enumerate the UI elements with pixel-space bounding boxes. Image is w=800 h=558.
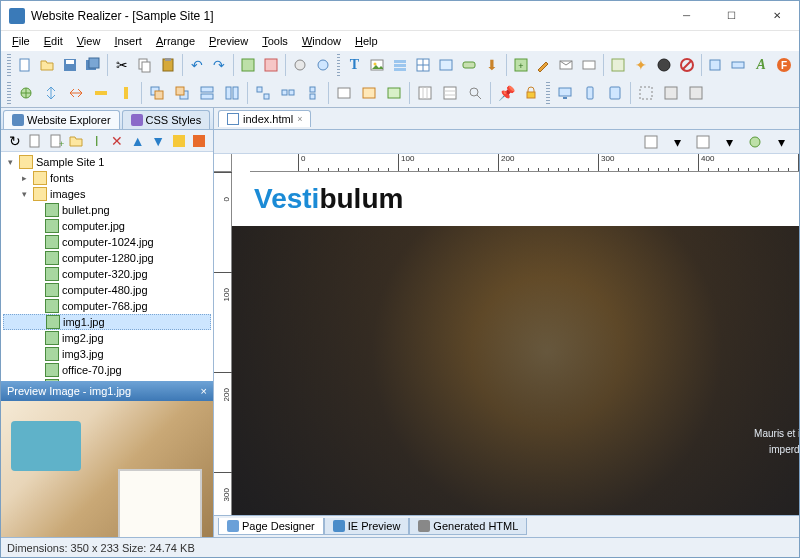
group-c-icon[interactable] <box>301 81 325 105</box>
tree-file[interactable]: computer-1024.jpg <box>3 234 211 250</box>
explorer-opt-a-icon[interactable] <box>169 131 189 151</box>
save-icon[interactable] <box>59 53 81 77</box>
tab-css-styles[interactable]: CSS Styles <box>122 110 211 129</box>
explorer-up-icon[interactable]: ▲ <box>128 131 148 151</box>
menu-file[interactable]: File <box>5 33 37 49</box>
layer-a-icon[interactable] <box>145 81 169 105</box>
minimize-button[interactable]: ─ <box>664 2 709 30</box>
explorer-add-icon[interactable]: + <box>46 131 66 151</box>
tree-file[interactable]: computer.jpg <box>3 218 211 234</box>
explorer-refresh-icon[interactable]: ↻ <box>5 131 25 151</box>
view-c-icon[interactable] <box>691 130 715 154</box>
style-a-icon[interactable]: A <box>750 53 772 77</box>
tool-b-icon[interactable] <box>260 53 282 77</box>
comp-a-icon[interactable]: + <box>510 53 532 77</box>
tree-file[interactable]: img3.jpg <box>3 346 211 362</box>
explorer-delete-icon[interactable]: ✕ <box>108 131 128 151</box>
image-icon[interactable] <box>366 53 388 77</box>
btab-page-designer[interactable]: Page Designer <box>218 518 324 535</box>
align-c-icon[interactable] <box>64 81 88 105</box>
menu-arrange[interactable]: Arrange <box>149 33 202 49</box>
menu-insert[interactable]: Insert <box>107 33 149 49</box>
tree-folder-images[interactable]: ▾images <box>3 186 211 202</box>
tree-file[interactable]: computer-1280.jpg <box>3 250 211 266</box>
view-d-icon[interactable]: ▾ <box>717 130 741 154</box>
align-b-icon[interactable] <box>39 81 63 105</box>
paste-icon[interactable] <box>157 53 179 77</box>
tab-close-icon[interactable]: × <box>297 114 302 124</box>
layer-d-icon[interactable] <box>220 81 244 105</box>
widget-a-icon[interactable] <box>607 53 629 77</box>
tree-file[interactable]: img1.jpg <box>3 314 211 330</box>
tree-file[interactable]: computer-320.jpg <box>3 266 211 282</box>
explorer-down-icon[interactable]: ▼ <box>149 131 169 151</box>
widget-c-icon[interactable] <box>653 53 675 77</box>
comp-c-icon[interactable] <box>555 53 577 77</box>
design-canvas[interactable]: Vestibulum Menu Item Menu Item PROIN A I… <box>232 172 799 515</box>
cut-icon[interactable]: ✂ <box>111 53 133 77</box>
redo-icon[interactable]: ↷ <box>209 53 231 77</box>
tab-website-explorer[interactable]: Website Explorer <box>3 110 120 129</box>
btab-generated-html[interactable]: Generated HTML <box>409 518 527 535</box>
extra-a-icon[interactable] <box>659 81 683 105</box>
align-a-icon[interactable] <box>14 81 38 105</box>
button-icon[interactable] <box>458 53 480 77</box>
lock-icon[interactable] <box>519 81 543 105</box>
tool-d-icon[interactable] <box>312 53 334 77</box>
new-icon[interactable] <box>14 53 36 77</box>
view-f-icon[interactable]: ▾ <box>769 130 793 154</box>
shape-b-icon[interactable] <box>727 53 749 77</box>
tree-file[interactable]: office-70.jpg <box>3 362 211 378</box>
order-a-icon[interactable] <box>332 81 356 105</box>
order-c-icon[interactable] <box>382 81 406 105</box>
tree-root[interactable]: ▾Sample Site 1 <box>3 154 211 170</box>
layer-b-icon[interactable] <box>170 81 194 105</box>
extra-b-icon[interactable] <box>684 81 708 105</box>
style-f-icon[interactable]: F <box>773 53 795 77</box>
tree-file[interactable]: img2.jpg <box>3 330 211 346</box>
comp-b-icon[interactable] <box>532 53 554 77</box>
view-b-icon[interactable]: ▾ <box>665 130 689 154</box>
group-a-icon[interactable] <box>251 81 275 105</box>
select-icon[interactable] <box>634 81 658 105</box>
menu-preview[interactable]: Preview <box>202 33 255 49</box>
file-tree[interactable]: ▾Sample Site 1 ▸fonts ▾images bullet.png… <box>1 152 213 381</box>
save-all-icon[interactable] <box>82 53 104 77</box>
group-b-icon[interactable] <box>276 81 300 105</box>
undo-icon[interactable]: ↶ <box>186 53 208 77</box>
explorer-new-icon[interactable] <box>26 131 46 151</box>
view-e-icon[interactable] <box>743 130 767 154</box>
close-button[interactable]: ✕ <box>754 2 799 30</box>
align-e-icon[interactable] <box>114 81 138 105</box>
align-d-icon[interactable] <box>89 81 113 105</box>
order-b-icon[interactable] <box>357 81 381 105</box>
link-icon[interactable]: ⬇ <box>481 53 503 77</box>
explorer-folder-icon[interactable] <box>67 131 87 151</box>
tree-folder-fonts[interactable]: ▸fonts <box>3 170 211 186</box>
copy-icon[interactable] <box>134 53 156 77</box>
view-a-icon[interactable] <box>639 130 663 154</box>
menu-view[interactable]: View <box>70 33 108 49</box>
zoom-icon[interactable] <box>463 81 487 105</box>
menu-tools[interactable]: Tools <box>255 33 295 49</box>
tool-a-icon[interactable] <box>237 53 259 77</box>
btab-ie-preview[interactable]: IE Preview <box>324 518 410 535</box>
widget-d-icon[interactable] <box>676 53 698 77</box>
device-b-icon[interactable] <box>578 81 602 105</box>
pin-icon[interactable]: 📌 <box>494 81 518 105</box>
open-icon[interactable] <box>37 53 59 77</box>
grid-a-icon[interactable] <box>413 81 437 105</box>
menu-help[interactable]: Help <box>348 33 385 49</box>
explorer-rename-icon[interactable]: I <box>87 131 107 151</box>
tree-file[interactable]: bullet.png <box>3 202 211 218</box>
explorer-opt-b-icon[interactable] <box>190 131 210 151</box>
maximize-button[interactable]: ☐ <box>709 2 754 30</box>
tree-file[interactable]: computer-480.jpg <box>3 282 211 298</box>
device-a-icon[interactable] <box>553 81 577 105</box>
grid-b-icon[interactable] <box>438 81 462 105</box>
menu-window[interactable]: Window <box>295 33 348 49</box>
table-icon[interactable] <box>412 53 434 77</box>
shape-a-icon[interactable] <box>705 53 727 77</box>
tree-file[interactable]: computer-768.jpg <box>3 298 211 314</box>
tool-c-icon[interactable] <box>289 53 311 77</box>
